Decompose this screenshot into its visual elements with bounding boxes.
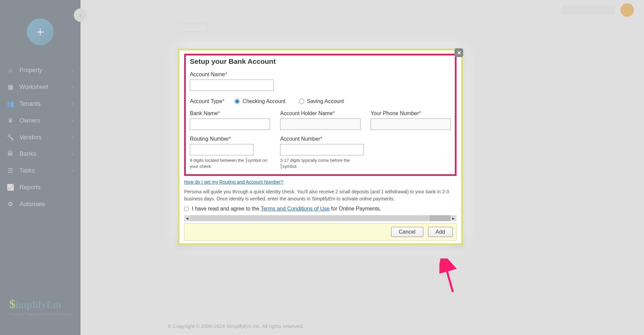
modal-button-bar: Cancel Add — [184, 223, 457, 241]
account-holder-input[interactable] — [280, 118, 360, 130]
checking-radio[interactable] — [234, 99, 240, 104]
account-holder-label: Account Holder Name* — [280, 110, 360, 116]
highlight-box: Setup your Bank Account Account Name* Ac… — [184, 54, 457, 176]
phone-input[interactable] — [371, 118, 451, 130]
account-number-input[interactable] — [280, 144, 364, 155]
terms-text: I have read and agree to the Terms and C… — [192, 206, 381, 212]
terms-link[interactable]: Terms and Conditions of Use — [261, 206, 329, 211]
routing-number-input[interactable] — [190, 144, 254, 155]
saving-radio-option[interactable]: Saving Account — [299, 98, 344, 104]
bank-name-label: Bank Name* — [190, 110, 270, 116]
checking-radio-label: Checking Account — [243, 98, 285, 104]
scroll-right-arrow[interactable]: ▶ — [450, 215, 457, 221]
account-number-label: Account Number* — [280, 136, 360, 142]
account-name-label: Account Name* — [190, 71, 451, 78]
account-number-hint: 3-17 digits typically come before the ⎮s… — [280, 157, 360, 170]
modal-close-button[interactable]: ✕ — [454, 48, 463, 57]
routing-help-link[interactable]: How do I get my Routing and Account Numb… — [184, 179, 283, 185]
scroll-left-arrow[interactable]: ◀ — [184, 215, 190, 221]
modal-title: Setup your Bank Account — [190, 57, 451, 65]
routing-hint: 9 digits located between the ⎮symbol on … — [190, 157, 270, 170]
bank-name-input[interactable] — [190, 118, 270, 130]
terms-checkbox[interactable] — [184, 207, 189, 211]
persona-info-text: Persona will guide you through a quick i… — [184, 188, 457, 202]
account-name-input[interactable] — [190, 80, 274, 91]
add-button[interactable]: Add — [428, 227, 453, 237]
bank-account-modal: ✕ Setup your Bank Account Account Name* … — [178, 49, 463, 245]
routing-number-label: Routing Number* — [190, 136, 270, 142]
cancel-button[interactable]: Cancel — [391, 227, 423, 237]
saving-radio-label: Saving Account — [307, 98, 344, 104]
saving-radio[interactable] — [299, 99, 304, 104]
checking-radio-option[interactable]: Checking Account — [234, 98, 285, 104]
close-icon: ✕ — [457, 50, 461, 56]
horizontal-scrollbar[interactable]: ◀ ▶ — [184, 215, 457, 221]
scroll-track[interactable] — [190, 215, 450, 221]
phone-label: Your Phone Number* — [371, 110, 451, 116]
scroll-thumb[interactable] — [190, 215, 430, 221]
account-type-label: Account Type* — [190, 98, 224, 104]
